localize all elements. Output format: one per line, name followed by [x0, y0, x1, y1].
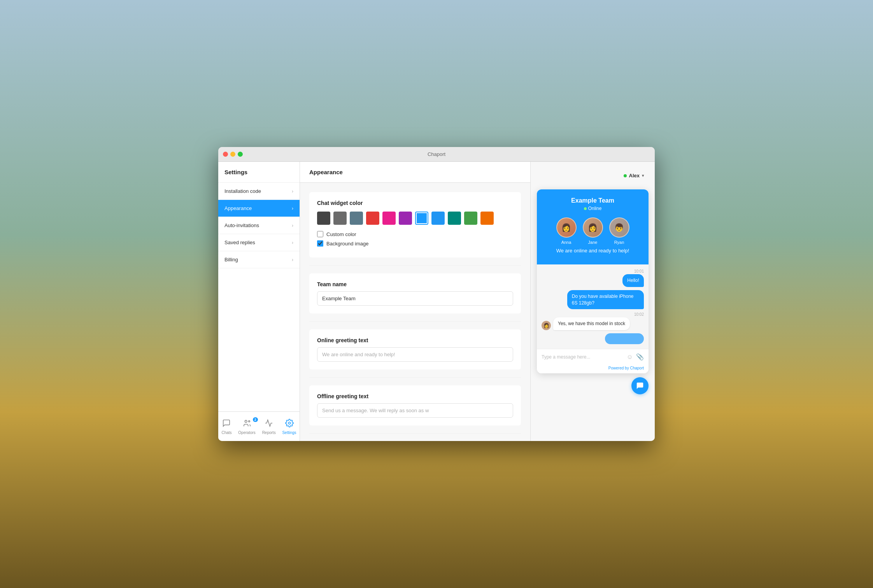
color-swatch-purple[interactable] — [399, 212, 412, 225]
nav-item-settings[interactable]: Settings — [279, 417, 299, 436]
color-swatch-pink[interactable] — [382, 212, 396, 225]
sidebar-item-label: Billing — [224, 257, 238, 262]
attachment-icon[interactable]: 📎 — [636, 353, 644, 360]
operators-icon — [243, 419, 251, 429]
color-section: Chat widget color — [309, 192, 521, 257]
chats-label: Chats — [221, 430, 231, 435]
sidebar-item-label: Auto-invitations — [224, 222, 259, 228]
sidebar-item-label: Saved replies — [224, 240, 255, 245]
custom-color-label[interactable]: Custom color — [326, 231, 356, 237]
nav-item-reports[interactable]: Reports — [259, 417, 279, 436]
online-greeting-label: Online greeting text — [317, 337, 513, 343]
sidebar-item-auto-invitations[interactable]: Auto-invitations › — [218, 217, 300, 234]
chat-input-area: Type a message here... ☺ 📎 — [537, 349, 649, 364]
nav-item-operators[interactable]: 2 Operators — [235, 417, 258, 436]
titlebar: Chaport — [218, 147, 655, 162]
color-swatch-dark[interactable] — [317, 212, 330, 225]
powered-by-text: Powered by — [608, 366, 629, 370]
offline-greeting-input[interactable] — [317, 403, 513, 418]
chevron-right-icon: › — [292, 240, 293, 245]
preview-header: Alex ▾ — [537, 170, 649, 182]
agent-small-avatar: 👩 — [542, 321, 551, 330]
chevron-down-icon: ▾ — [642, 173, 644, 178]
color-swatch-blue[interactable] — [415, 212, 428, 225]
chats-icon — [222, 419, 231, 429]
agent-ryan-name: Ryan — [614, 240, 624, 245]
chat-bubble-button[interactable] — [631, 377, 649, 394]
background-image-label[interactable]: Background image — [326, 241, 368, 247]
color-section-label: Chat widget color — [317, 200, 513, 206]
svg-point-1 — [248, 421, 250, 422]
widget-status-text: Online — [588, 206, 602, 211]
custom-color-checkbox[interactable] — [317, 231, 323, 237]
divider-2 — [309, 321, 521, 322]
reports-label: Reports — [262, 430, 276, 435]
team-name-section: Team name — [309, 273, 521, 313]
sidebar-item-saved-replies[interactable]: Saved replies › — [218, 234, 300, 251]
agent-anna-name: Anna — [561, 240, 571, 245]
user-menu[interactable]: Alex ▾ — [619, 170, 649, 182]
color-swatch-slate[interactable] — [350, 212, 363, 225]
chat-widget-preview: Example Team Online 👩 Anna — [537, 189, 649, 373]
preview-panel: Alex ▾ Example Team Online 👩 — [530, 162, 655, 441]
operators-label: Operators — [238, 430, 255, 435]
user-name: Alex — [629, 173, 640, 178]
agent-jane: 👩 Jane — [583, 217, 603, 245]
msg-time-2: 10:02 — [634, 312, 644, 317]
widget-online-dot — [584, 207, 587, 210]
agent-jane-name: Jane — [588, 240, 598, 245]
sidebar-item-appearance[interactable]: Appearance › — [218, 200, 300, 217]
color-swatch-red[interactable] — [366, 212, 379, 225]
sidebar-title: Settings — [218, 162, 300, 183]
agent-anna: 👩 Anna — [556, 217, 577, 245]
offline-greeting-section: Offline greeting text — [309, 385, 521, 425]
sidebar-item-billing[interactable]: Billing › — [218, 251, 300, 268]
color-swatch-orange[interactable] — [480, 212, 494, 225]
chevron-right-icon: › — [292, 257, 293, 262]
main-header: Appearance — [300, 162, 530, 183]
nav-item-chats[interactable]: Chats — [218, 417, 235, 436]
minimize-button[interactable] — [230, 152, 235, 157]
widget-greeting: We are online and ready to help! — [543, 248, 642, 257]
chevron-right-icon: › — [292, 206, 293, 211]
agent-ryan-avatar: 👦 — [609, 217, 629, 238]
emoji-icon[interactable]: ☺ — [627, 354, 633, 360]
team-name-input[interactable] — [317, 291, 513, 306]
svg-point-2 — [288, 422, 291, 424]
widget-status: Online — [543, 206, 642, 211]
msg-bubble-stock: Yes, we have this model in stock — [553, 317, 630, 330]
window-title: Chaport — [428, 151, 445, 157]
color-swatch-lightblue[interactable] — [431, 212, 445, 225]
agent-ryan: 👦 Ryan — [609, 217, 629, 245]
chevron-right-icon: › — [292, 223, 293, 228]
color-swatch-green[interactable] — [464, 212, 477, 225]
background-image-checkbox[interactable] — [317, 240, 323, 247]
chat-messages: 10:01 Hello! Do you have available iPhon… — [537, 264, 649, 349]
message-2: Do you have available iPhone 6S 128gb? — [542, 290, 644, 310]
app-body: Settings Installation code › Appearance … — [218, 162, 655, 441]
msg-bubble-iphone: Do you have available iPhone 6S 128gb? — [567, 290, 644, 310]
chat-input-placeholder[interactable]: Type a message here... — [542, 354, 624, 360]
agent-avatars: 👩 Anna 👩 Jane 👦 — [543, 217, 642, 245]
traffic-lights — [223, 152, 243, 157]
message-1: Hello! — [542, 274, 644, 287]
offline-greeting-label: Offline greeting text — [317, 393, 513, 399]
app-window: Chaport Settings Installation code › App… — [218, 147, 655, 441]
online-greeting-input[interactable] — [317, 347, 513, 362]
maximize-button[interactable] — [238, 152, 243, 157]
sidebar-item-label: Appearance — [224, 205, 252, 211]
powered-by-brand: Chaport — [630, 366, 644, 370]
color-swatch-teal[interactable] — [448, 212, 461, 225]
close-button[interactable] — [223, 152, 228, 157]
divider-1 — [309, 265, 521, 266]
color-swatch-gray[interactable] — [333, 212, 347, 225]
bottom-nav-container: Chats 2 Operators — [218, 411, 300, 441]
sidebar-item-installation-code[interactable]: Installation code › — [218, 183, 300, 200]
main-title: Appearance — [309, 169, 343, 175]
sidebar: Settings Installation code › Appearance … — [218, 162, 300, 441]
sidebar-item-label: Installation code — [224, 188, 261, 194]
online-greeting-section: Online greeting text — [309, 329, 521, 369]
settings-icon — [285, 419, 294, 429]
svg-point-0 — [245, 420, 247, 423]
agent-anna-avatar: 👩 — [556, 217, 577, 238]
